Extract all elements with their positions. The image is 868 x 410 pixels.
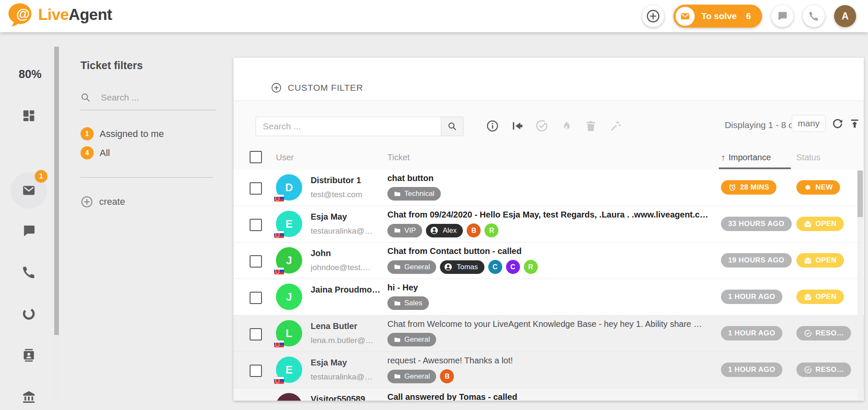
column-ticket[interactable]: Ticket — [387, 153, 410, 162]
sort-arrow-icon: ↑ — [721, 153, 725, 162]
member-badge[interactable]: B — [467, 223, 481, 237]
open-envelope-icon — [804, 293, 812, 301]
sidebar-item-chats[interactable] — [17, 219, 41, 243]
table-row[interactable]: L Lena Butlerlena.m.butler@… Chat from W… — [234, 315, 864, 352]
create-filter-button[interactable]: create — [81, 195, 216, 208]
user-name: Jaina Proudmo… — [311, 285, 384, 295]
info-button[interactable] — [486, 120, 499, 132]
column-status[interactable]: Status — [796, 153, 821, 162]
phone-icon — [808, 11, 819, 22]
ticket-title[interactable]: chat button — [387, 173, 716, 183]
ticket-title[interactable]: Chat from 09/24/2020 - Hello Esja May, t… — [387, 210, 716, 220]
custom-filter-bar: CUSTOM FILTER — [234, 58, 864, 101]
filter-item-all[interactable]: 4 All — [81, 146, 216, 159]
plus-circle-icon — [271, 82, 282, 93]
column-importance[interactable]: ↑Importance — [721, 153, 771, 162]
search-button[interactable] — [441, 117, 464, 136]
table-scrollbar-thumb[interactable] — [857, 170, 863, 217]
ticket-title[interactable]: hi - Hey — [387, 283, 716, 293]
ticket-title[interactable]: request - Awesome! Thanks a lot! — [387, 356, 716, 365]
delete-button[interactable] — [584, 120, 597, 132]
chats-button[interactable] — [771, 5, 793, 27]
calls-button[interactable] — [803, 5, 825, 27]
table-row[interactable]: Visitor550589 Call answered by Tomas - c… — [234, 388, 864, 401]
member-badge[interactable]: R — [524, 260, 538, 274]
user-email: test@test.com — [311, 190, 384, 199]
ticket-title[interactable]: Call answered by Tomas - called — [387, 392, 716, 401]
plus-circle-icon — [81, 195, 93, 208]
sidebar-item-contacts[interactable] — [17, 343, 41, 367]
magic-wand-button[interactable] — [609, 120, 622, 132]
filters-search-input[interactable] — [100, 92, 208, 103]
department-tag[interactable]: Technical — [387, 187, 441, 201]
add-button[interactable] — [642, 5, 664, 27]
nav-scrollbar[interactable] — [54, 42, 59, 401]
member-badge[interactable]: R — [484, 223, 498, 237]
avatar: E — [276, 357, 302, 383]
logo-bubble-icon: @ — [8, 3, 34, 27]
trash-icon — [584, 120, 597, 132]
custom-filter-button[interactable]: CUSTOM FILTER — [271, 82, 363, 93]
table-row[interactable]: E Esja Maytestauralinka@… Chat from 09/2… — [234, 206, 864, 243]
department-tag[interactable]: General — [387, 370, 436, 383]
ticket-title[interactable]: Chat from Contact button - called — [387, 246, 716, 256]
magic-wand-icon — [609, 120, 622, 132]
sidebar-item-billing[interactable] — [17, 385, 41, 409]
nav-scrollbar-thumb[interactable] — [54, 47, 59, 335]
row-checkbox[interactable] — [250, 255, 262, 268]
status-badge: RESO… — [796, 326, 851, 340]
refresh-button[interactable] — [832, 118, 843, 129]
forward-button[interactable] — [511, 120, 523, 132]
agent-tag[interactable]: Tomas — [440, 260, 484, 274]
row-checkbox[interactable] — [250, 328, 262, 340]
row-checkbox[interactable] — [250, 219, 262, 231]
count-badge: 4 — [81, 146, 94, 159]
panel-title: Ticket filters — [81, 59, 216, 72]
folder-icon — [394, 373, 401, 380]
member-badge[interactable]: C — [488, 260, 502, 274]
table-row[interactable]: J Jaina Proudmo… hi - Hey Sales 1 HOUR A… — [234, 279, 864, 315]
agent-tag[interactable]: Alex — [426, 224, 463, 237]
row-checkbox[interactable] — [250, 292, 262, 304]
user-avatar[interactable]: A — [834, 5, 856, 27]
liveagent-logo[interactable]: @ LiveAgent — [8, 3, 112, 27]
importance-badge: 28 MINS — [721, 180, 776, 195]
tickets-search-input[interactable] — [256, 117, 441, 136]
tickets-panel: CUSTOM FILTER Displaying 1 - 8 of many U… — [234, 58, 864, 401]
table-row[interactable]: E Esja Maytestauralinka@… request - Awes… — [234, 352, 864, 388]
refresh-icon — [832, 118, 843, 129]
alarm-clock-icon — [728, 183, 737, 192]
column-user[interactable]: User — [276, 153, 294, 162]
department-tag[interactable]: General — [387, 260, 436, 274]
filter-item-assigned-to-me[interactable]: 1 Assigned to me — [81, 127, 216, 140]
sidebar-item-reports[interactable] — [17, 302, 41, 326]
department-tag[interactable]: General — [387, 333, 436, 346]
user-email: lena.m.butler@… — [311, 336, 384, 345]
row-checkbox[interactable] — [250, 182, 262, 195]
table-scrollbar[interactable] — [857, 170, 863, 400]
resolve-button[interactable] — [535, 120, 548, 132]
select-all-checkbox[interactable] — [250, 151, 262, 163]
member-badge[interactable]: C — [506, 260, 520, 274]
table-row[interactable]: J Johnjohndoe@test.… Chat from Contact b… — [234, 243, 864, 279]
sidebar-item-dashboard[interactable] — [17, 104, 41, 128]
urgent-button[interactable] — [560, 120, 573, 132]
to-solve-button[interactable]: To solve 6 — [673, 5, 762, 28]
status-badge: RESO… — [796, 363, 851, 377]
department-tag[interactable]: VIP — [387, 224, 422, 237]
table-row[interactable]: D Distributor 1test@test.com chat button… — [234, 170, 864, 206]
scroll-top-button[interactable] — [849, 118, 860, 129]
row-checkbox[interactable] — [250, 365, 262, 377]
avatar: J — [276, 247, 302, 273]
dashboard-grid-icon — [22, 109, 36, 123]
avatar — [276, 393, 302, 401]
sidebar-item-tickets[interactable] — [17, 179, 41, 202]
sidebar-item-calls[interactable] — [17, 260, 41, 284]
status-badge: OPEN — [796, 290, 844, 304]
importance-badge: 19 HOURS AGO — [721, 253, 792, 268]
page-size-select[interactable]: many — [792, 115, 826, 132]
status-badge: OPEN — [796, 253, 844, 268]
member-badge[interactable]: B — [440, 369, 454, 383]
ticket-title[interactable]: Chat from Welcome to your LiveAgent Know… — [387, 319, 716, 329]
department-tag[interactable]: Sales — [387, 296, 429, 310]
